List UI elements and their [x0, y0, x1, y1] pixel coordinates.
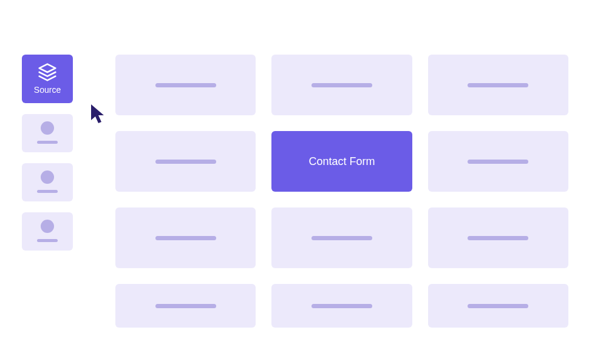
card-placeholder	[155, 160, 216, 164]
avatar-placeholder-bar	[37, 239, 58, 242]
card-placeholder	[312, 304, 372, 308]
sidebar-item-label: Source	[34, 85, 61, 95]
card-item[interactable]	[115, 284, 256, 328]
card-placeholder	[155, 83, 216, 87]
card-placeholder	[312, 83, 372, 87]
card-placeholder	[312, 236, 372, 240]
card-placeholder	[468, 83, 528, 87]
card-placeholder	[155, 304, 216, 308]
card-item[interactable]	[115, 131, 256, 192]
card-item[interactable]	[428, 284, 568, 328]
avatar-icon	[41, 220, 54, 233]
sidebar-item-user-3[interactable]	[22, 212, 73, 251]
card-contact-form[interactable]: Contact Form	[271, 131, 412, 192]
card-item[interactable]	[271, 55, 412, 115]
cursor-icon	[90, 103, 106, 125]
card-item[interactable]	[428, 207, 568, 268]
sidebar-item-source[interactable]: Source	[22, 55, 73, 103]
sidebar-item-user-1[interactable]	[22, 114, 73, 152]
card-item[interactable]	[428, 131, 568, 192]
layers-icon	[37, 62, 58, 83]
card-item[interactable]	[271, 284, 412, 328]
sidebar: Source	[22, 55, 73, 251]
card-placeholder	[468, 160, 528, 164]
card-placeholder	[468, 236, 528, 240]
avatar-placeholder-bar	[37, 190, 58, 193]
card-item[interactable]	[428, 55, 568, 115]
card-grid: Contact Form	[115, 55, 568, 328]
avatar-placeholder-bar	[37, 141, 58, 144]
card-placeholder	[155, 236, 216, 240]
card-label: Contact Form	[308, 155, 375, 168]
avatar-icon	[41, 121, 54, 135]
card-item[interactable]	[115, 55, 256, 115]
card-item[interactable]	[115, 207, 256, 268]
avatar-icon	[41, 170, 54, 184]
svg-marker-0	[39, 64, 56, 72]
sidebar-item-user-2[interactable]	[22, 163, 73, 201]
card-placeholder	[468, 304, 528, 308]
card-item[interactable]	[271, 207, 412, 268]
